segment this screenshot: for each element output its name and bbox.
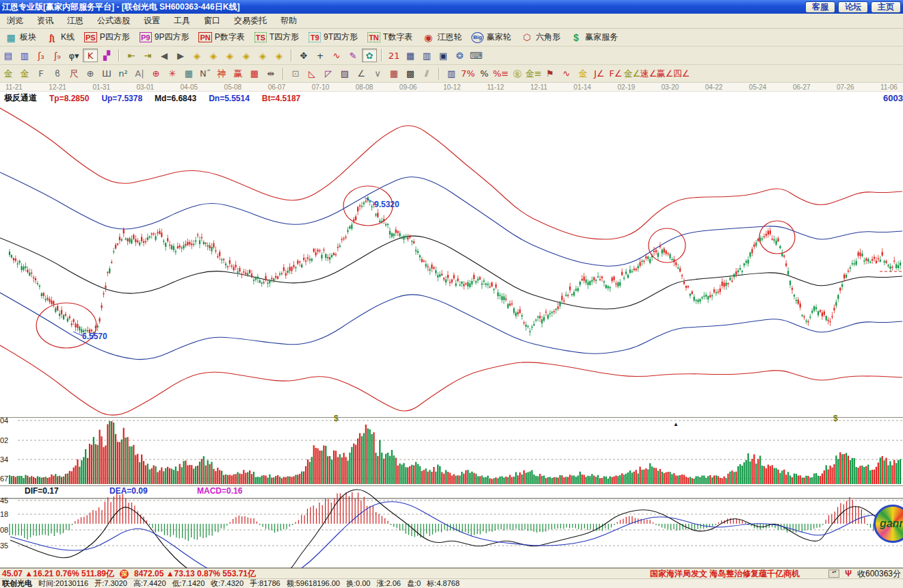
toolbar-nav-icon[interactable]: ▥ (17, 49, 32, 62)
toolbar-nav-icon[interactable]: + (313, 49, 328, 62)
toolbar-nav-icon[interactable]: ✿ (362, 49, 377, 62)
menu-item[interactable]: 交易委托 (227, 13, 274, 29)
toolbar-draw-icon[interactable]: ⚑ (542, 67, 558, 81)
toolbar-nav-icon[interactable]: ⇤ (124, 49, 139, 62)
chart-area[interactable]: $$▲ 极反通道 Tp=8.2850Up=7.5378Md=6.6843Dn=5… (0, 92, 903, 568)
toolbar-nav-icon[interactable]: ◈ (272, 49, 287, 62)
menu-item[interactable]: 工具 (167, 13, 197, 29)
toolbar-draw-icon[interactable]: A| (132, 67, 147, 81)
toolbar-nav-icon[interactable]: ʃ₉ (50, 49, 65, 62)
toolbar-draw-icon[interactable]: 金≡ (526, 67, 541, 81)
titlebar-button[interactable]: 客服 (805, 1, 835, 13)
toolbar-nav-icon[interactable]: ▦ (403, 49, 418, 62)
toolbar-nav-icon[interactable]: ∿ (329, 49, 344, 62)
toolbar-main-button[interactable]: P9 9P四方形 (135, 30, 194, 45)
toolbar-draw-icon[interactable]: 神 (214, 67, 229, 81)
toolbar-main-button[interactable]: T9 9T四方形 (304, 30, 363, 45)
menu-item[interactable]: 公式选股 (90, 13, 137, 29)
toolbar-draw-icon[interactable]: ㊎ (510, 67, 525, 81)
toolbar-nav-icon[interactable]: ◈ (206, 49, 221, 62)
toolbar-draw-icon[interactable]: % (477, 67, 492, 81)
toolbar-main-button[interactable]: ◉ 江恩轮 (417, 30, 467, 45)
toolbar-draw-icon[interactable]: ⊡ (288, 67, 303, 81)
toolbar-nav-icon[interactable]: ʃ₃ (34, 49, 49, 62)
toolbar-draw-icon[interactable]: ◸ (321, 67, 336, 81)
toolbar-draw-icon[interactable]: Ш (99, 67, 114, 81)
svg-text:$: $ (334, 414, 339, 423)
toolbar-draw-icon[interactable]: 四∠ (674, 67, 689, 81)
toolbar-draw-icon[interactable]: ✳ (165, 67, 180, 81)
volume-scale-1: 04 (0, 416, 8, 425)
menu-item[interactable]: 设置 (137, 13, 167, 29)
toolbar-draw-icon[interactable]: J∠ (592, 67, 607, 81)
toolbar-main-button[interactable]: TN T数字表 (363, 30, 417, 45)
titlebar-button[interactable]: 论坛 (838, 1, 868, 13)
menu-item[interactable]: 江恩 (60, 13, 90, 29)
toolbar-main-button[interactable]: PS P四方形 (79, 30, 135, 45)
toolbar-main-button[interactable]: $ 赢家服务 (565, 30, 623, 45)
toolbar-draw-icon[interactable]: ▨ (337, 67, 352, 81)
toolbar-draw-icon[interactable]: ∿ (559, 67, 574, 81)
toolbar-draw-icon[interactable]: ⊕ (148, 67, 163, 81)
toolbar-main-button[interactable]: ʃʅ K线 (41, 30, 79, 45)
toolbar-nav-icon[interactable]: 21 (387, 49, 402, 62)
toolbar-draw-icon[interactable]: ⫽ (419, 67, 434, 81)
toolbar-nav-icon[interactable]: ⌨ (469, 49, 484, 62)
spin-control[interactable]: ▴▾ (828, 570, 839, 578)
toolbar-nav-icon[interactable]: ◈ (189, 49, 205, 62)
toolbar-nav-icon[interactable]: ❂ (452, 49, 467, 62)
toolbar-nav-icon[interactable]: ▣ (436, 49, 451, 62)
menu-item[interactable]: 帮助 (274, 13, 304, 29)
toolbar-draw-icon[interactable]: ▩ (403, 67, 418, 81)
toolbar-nav-icon[interactable]: ▥ (419, 49, 434, 62)
toolbar-draw-icon[interactable]: ⇹ (263, 67, 278, 81)
toolbar-nav-icon[interactable]: ⇥ (140, 49, 155, 62)
toolbar-nav-icon[interactable]: ▞ (99, 49, 114, 62)
toolbar-nav-icon[interactable]: K (83, 49, 98, 62)
toolbar-draw-icon[interactable]: ▦ (181, 67, 196, 81)
toolbar-nav-icon[interactable]: ▶ (173, 49, 188, 62)
toolbar-nav-icon[interactable]: ◈ (255, 49, 270, 62)
toolbar-draw-icon[interactable]: F∠ (608, 67, 623, 81)
peak-price-annotation: 9.5320 (374, 200, 400, 209)
toolbar-draw-icon[interactable]: ∠ (354, 67, 369, 81)
toolbar-draw-icon[interactable]: ϐ (50, 67, 65, 81)
toolbar-draw-icon[interactable]: 赢∠ (657, 67, 672, 81)
toolbar-main-button[interactable]: PN P数字表 (194, 30, 249, 45)
toolbar-draw-icon[interactable]: 速∠ (641, 67, 656, 81)
toolbar-nav-icon[interactable]: ◀ (157, 49, 172, 62)
toolbar-draw-icon[interactable]: n² (116, 67, 131, 81)
toolbar-draw-icon[interactable]: ◺ (304, 67, 319, 81)
toolbar-nav-icon[interactable]: ◈ (239, 49, 254, 62)
toolbar-draw-icon[interactable]: 7% (460, 67, 475, 81)
toolbar-draw-icon[interactable]: ⊕ (83, 67, 98, 81)
toolbar-draw-icon[interactable]: 金 (575, 67, 590, 81)
toolbar-draw-icon[interactable]: 赢 (231, 67, 246, 81)
toolbar-draw-icon[interactable]: ▥ (444, 67, 459, 81)
toolbar-draw-icon[interactable]: 金∠ (625, 67, 640, 81)
menu-item[interactable]: 窗口 (197, 13, 227, 29)
toolbar-draw-icon[interactable]: Ν˝ (198, 67, 213, 81)
toolbar-main-button[interactable]: ⬡ 六角形 (516, 30, 565, 45)
toolbar-draw-icon[interactable]: F (34, 67, 49, 81)
toolbar-draw-icon[interactable]: ▦ (247, 67, 262, 81)
toolbar-nav-icon[interactable]: ✎ (345, 49, 361, 62)
toolbar-nav-icon[interactable]: ✥ (296, 49, 311, 62)
toolbar-draw-icon[interactable]: %≡ (493, 67, 508, 81)
titlebar-button[interactable]: 主页 (871, 1, 901, 13)
indicator-param: Tp=8.2850 (49, 94, 89, 103)
toolbar-draw-icon[interactable]: ▦ (387, 67, 402, 81)
toolbar-nav-icon[interactable]: ◈ (222, 49, 237, 62)
toolbar-draw-icon[interactable]: 金 (1, 67, 16, 81)
toolbar-main-button[interactable]: TS T四方形 (250, 30, 304, 45)
toolbar-nav-icon[interactable]: φ▾ (66, 49, 81, 62)
menu-item[interactable]: 资讯 (30, 13, 60, 29)
toolbar-nav-icon[interactable]: ▤ (1, 49, 16, 62)
toolbar-main-button[interactable]: ▦ 板块 (0, 30, 41, 45)
toolbar-main-button[interactable]: Big 赢家轮 (467, 30, 516, 45)
toolbar-draw-icon[interactable]: 金 (17, 67, 32, 81)
menu-item[interactable]: 浏览 (0, 13, 30, 29)
news-ticker[interactable]: 国家海洋局发文 海岛整治修复蕴千亿商机 (650, 568, 800, 578)
toolbar-draw-icon[interactable]: 尺 (66, 67, 81, 81)
toolbar-draw-icon[interactable]: ∨ (370, 67, 385, 81)
